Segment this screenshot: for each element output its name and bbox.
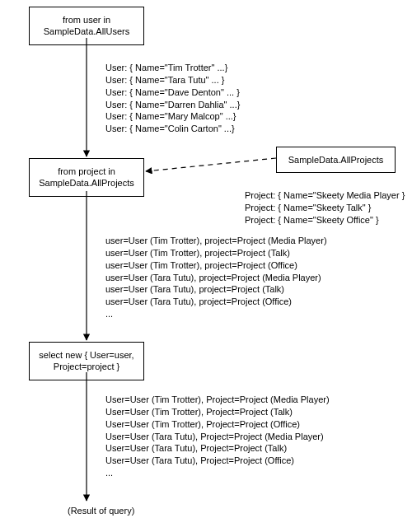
box-from-projects: from project inSampleData.AllProjects [29, 158, 144, 197]
user-line: User: { Name="Mary Malcop" ...} [105, 110, 240, 123]
box-from-users-text: from user inSampleData.AllUsers [44, 15, 130, 36]
list-projects: Project: { Name="Skeety Media Player } P… [245, 189, 405, 226]
selected-line: User=User (Tim Trotter), Project=Project… [105, 418, 330, 431]
selected-line: User=User (Tim Trotter), Project=Project… [105, 394, 330, 406]
project-line: Project: { Name="Skeety Office" } [245, 214, 405, 226]
list-joined-pairs: user=User (Tim Trotter), project=Project… [105, 235, 327, 320]
user-line: User: { Name="Dave Denton" ... } [105, 86, 240, 99]
pair-line: user=User (Tim Trotter), project=Project… [105, 235, 327, 247]
box-sampledata-allprojects: SampleData.AllProjects [276, 147, 396, 173]
selected-line: User=User (Tara Tutu), Project=Project (… [105, 455, 330, 467]
pair-line: user=User (Tim Trotter), project=Project… [105, 259, 327, 272]
user-line: User: { Name="Darren Dahlia" ...} [105, 99, 240, 111]
user-line: User: { Name="Tim Trotter" ...} [105, 62, 240, 74]
list-users: User: { Name="Tim Trotter" ...} User: { … [105, 62, 240, 135]
box-select-text: select new { User=user,Project=project } [39, 350, 133, 371]
selected-line: ... [105, 467, 330, 479]
pair-line: user=User (Tara Tutu), project=Project (… [105, 272, 327, 284]
project-line: Project: { Name="Skeety Talk" } [245, 202, 405, 214]
pair-line: user=User (Tara Tutu), project=Project (… [105, 296, 327, 308]
arrow-projects-source-dashed [146, 158, 276, 171]
user-line: User: { Name="Tara Tutu" ... } [105, 74, 240, 86]
pair-line: ... [105, 308, 327, 320]
user-line: User: { Name="Colin Carton" ...} [105, 123, 240, 135]
pair-line: user=User (Tim Trotter), project=Project… [105, 247, 327, 259]
selected-line: User=User (Tim Trotter), Project=Project… [105, 406, 330, 418]
box-from-projects-text: from project inSampleData.AllProjects [39, 166, 134, 188]
selected-line: User=User (Tara Tutu), Project=Project (… [105, 442, 330, 455]
list-selected: User=User (Tim Trotter), Project=Project… [105, 394, 330, 479]
box-select: select new { User=user,Project=project } [29, 342, 144, 380]
box-from-users: from user inSampleData.AllUsers [29, 7, 144, 45]
box-sampledata-allprojects-text: SampleData.AllProjects [288, 155, 384, 165]
result-of-query-label: (Result of query) [68, 506, 134, 516]
selected-line: User=User (Tara Tutu), Project=Project (… [105, 431, 330, 443]
pair-line: user=User (Tara Tutu), project=Project (… [105, 283, 327, 296]
project-line: Project: { Name="Skeety Media Player } [245, 189, 405, 202]
